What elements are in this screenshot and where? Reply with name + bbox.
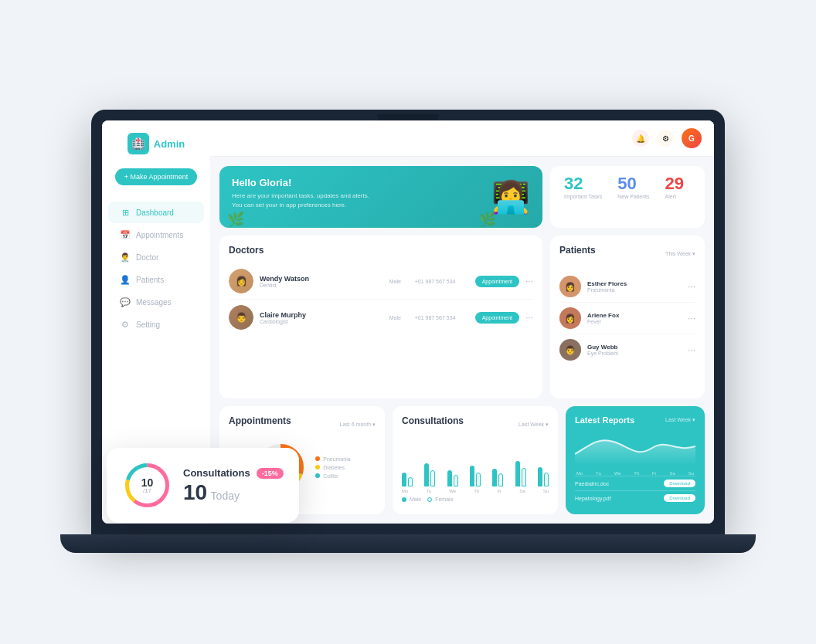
more-dots-wendy[interactable]: ··· — [525, 276, 533, 286]
legend-dot — [315, 465, 320, 469]
notification-icon[interactable]: 🔔 — [632, 130, 649, 147]
more-dots-patient[interactable]: ··· — [688, 344, 695, 355]
more-dots-patient[interactable]: ··· — [688, 281, 695, 292]
wave-day-th: Th — [634, 471, 639, 476]
bar-female — [498, 473, 503, 486]
doctor-phone: +01 987 567 534 — [415, 279, 469, 284]
legend-label: Colitis — [323, 473, 338, 479]
doctor-avatar-wendy: 👩 — [229, 269, 253, 293]
bar-group — [538, 467, 549, 486]
card-count-number: 10 — [183, 480, 207, 504]
consultations-chart-filter[interactable]: Last Week ▾ — [518, 422, 549, 428]
doctor-row: 👨 Claire Murphy Cardiologist Male +01 98… — [229, 300, 533, 335]
bar-group — [447, 470, 458, 486]
card-consultations-title: Consultations — [183, 467, 250, 479]
bar-male — [470, 466, 474, 486]
welcome-banner: Hello Gloria! Here are your important ta… — [219, 166, 542, 228]
appointment-btn-claire[interactable]: Appointment — [475, 312, 519, 324]
patient-row: 👨 Guy Webb Eye Problem ··· — [559, 334, 695, 365]
legend-item-diabetes: Diabetes — [315, 465, 350, 470]
reports-filter[interactable]: Last Week ▾ — [665, 417, 695, 423]
floating-consultations-card: 10 /17 Consultations -15% 10 Today — [107, 448, 299, 523]
appointment-btn-wendy[interactable]: Appointment — [475, 276, 519, 287]
avatar[interactable]: G — [682, 128, 702, 148]
day-label-mo: Mo — [402, 489, 408, 493]
doctors-panel: Doctors 👩 Wendy Watson Dentist Male — [219, 236, 542, 398]
wave-day-tu: Tu — [596, 471, 601, 476]
stats-panel: 32 Important Tasks 50 New Patients 29 Al… — [550, 166, 705, 228]
sidebar-item-patients[interactable]: 👤 Patients — [108, 269, 204, 290]
sidebar-item-appointments[interactable]: 📅 Appointments — [108, 224, 204, 246]
bar-group — [470, 466, 481, 486]
download-btn-hepatology[interactable]: Download — [664, 494, 695, 502]
report-row-paediatric: Paediatric.doc Download — [575, 476, 695, 490]
bar-female — [476, 473, 481, 486]
legend-label-male: Male — [410, 497, 421, 502]
patients-icon: 👤 — [121, 275, 130, 284]
sidebar-item-dashboard[interactable]: ⊞ Dashboard — [108, 202, 204, 223]
patient-avatar-arlene: 👩 — [559, 307, 581, 329]
dashboard-icon: ⊞ — [121, 208, 130, 217]
consultations-chart-title: Consultations — [402, 415, 464, 426]
wave-chart-svg — [575, 431, 695, 465]
sidebar-item-messages[interactable]: 💬 Messages — [108, 291, 204, 313]
bar-female — [430, 470, 435, 486]
doctor-specialty: Cardiologist — [260, 319, 383, 324]
sidebar-item-label: Messages — [136, 298, 172, 307]
legend-label: Pneumonia — [323, 456, 350, 462]
patients-filter[interactable]: This Week ▾ — [665, 251, 695, 257]
doctor-name: Claire Murphy — [260, 311, 383, 319]
sidebar-logo: 🏥 Admin — [118, 133, 194, 154]
legend-male: Male — [402, 497, 421, 502]
more-dots-patient[interactable]: ··· — [688, 313, 695, 324]
card-count-row: 10 Today — [183, 482, 284, 503]
legend-dot-male — [402, 497, 406, 502]
sidebar-item-setting[interactable]: ⚙ Setting — [108, 314, 204, 335]
patient-row: 👩 Arlene Fox Fever ··· — [559, 303, 695, 334]
download-btn-paediatric[interactable]: Download — [664, 480, 695, 487]
sidebar-item-doctor[interactable]: 👨‍⚕️ Doctor — [108, 246, 204, 268]
appointments-chart-header: Appointments Last 6 month ▾ — [229, 415, 376, 434]
progress-sub-text: /17 — [141, 488, 154, 494]
legend-dot — [315, 456, 320, 461]
stat-alerts-label: Alert — [665, 194, 676, 199]
sidebar-nav: ⊞ Dashboard 📅 Appointments 👨‍⚕️ Doctor 👤… — [102, 201, 210, 336]
card-badge: -15% — [257, 468, 284, 479]
wave-day-we: We — [614, 471, 621, 476]
bar-group — [515, 461, 526, 486]
bar-group — [424, 463, 435, 486]
day-label-th: Th — [474, 489, 479, 493]
sidebar-item-label: Patients — [136, 276, 164, 284]
patient-name: Esther Flores — [587, 280, 682, 287]
banner-subtitle: Here are your important tasks, updates a… — [232, 192, 530, 210]
chart-legend-row: Male Female — [402, 497, 549, 502]
header: 🔔 ⚙ G — [210, 120, 714, 157]
appointments-chart-title: Appointments — [229, 415, 291, 426]
make-appointment-button[interactable]: + Make Appointment — [115, 168, 197, 185]
logo-icon: 🏥 — [128, 133, 149, 154]
messages-icon: 💬 — [121, 297, 130, 307]
progress-text: 10 /17 — [141, 477, 154, 494]
legend-item-colitis: Colitis — [315, 473, 350, 479]
day-label-sa: Sa — [519, 489, 525, 493]
bar-male — [447, 470, 452, 486]
bar-day-labels: Mo Tu We Th Fr Sa Su — [402, 489, 549, 493]
laptop-notch — [377, 114, 439, 120]
settings-icon[interactable]: ⚙ — [657, 130, 674, 147]
appointments-chart-filter[interactable]: Last 6 month ▾ — [340, 422, 376, 428]
stats-row: 32 Important Tasks 50 New Patients 29 Al… — [564, 175, 691, 199]
legend-dot-female — [427, 497, 432, 502]
logo-text: Admin — [154, 138, 185, 150]
more-dots-claire[interactable]: ··· — [525, 312, 533, 323]
bar-male — [538, 467, 542, 486]
reports-panel: Latest Reports Last Week ▾ — [566, 406, 705, 514]
stat-patients-number: 50 — [617, 175, 636, 192]
card-header-row: Consultations -15% — [183, 467, 284, 479]
day-label-tu: Tu — [426, 489, 431, 493]
stat-patients-label: New Patients — [617, 194, 649, 199]
middle-section: Doctors 👩 Wendy Watson Dentist Male — [219, 236, 705, 398]
doctor-phone: +01 987 567 534 — [415, 315, 469, 320]
stat-tasks-label: Important Tasks — [564, 194, 602, 199]
legend-dot — [315, 473, 320, 478]
bar-group — [402, 473, 413, 486]
